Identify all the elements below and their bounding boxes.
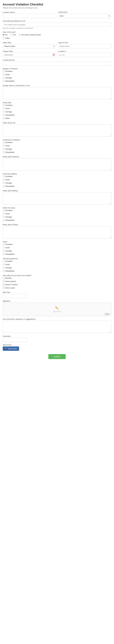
- contact-person-input[interactable]: [3, 62, 111, 66]
- sales-rep-label: Sales Rep:: [3, 42, 56, 44]
- notes-orders-label: Notes about Orders: [3, 224, 111, 226]
- freq-once-a-year[interactable]: Once a year: [3, 287, 111, 289]
- over-chg-label: Over CHG limit?: [3, 31, 111, 33]
- pen-icon: ✏️: [55, 306, 59, 310]
- overall-average[interactable]: Average: [3, 267, 111, 269]
- person-email-input[interactable]: [3, 22, 111, 27]
- value-dissatisfied[interactable]: Dissatisfied: [3, 253, 111, 255]
- route-average[interactable]: Average: [3, 111, 111, 113]
- value-label: Value:: [3, 241, 111, 243]
- timeliness-good[interactable]: Good: [3, 145, 111, 147]
- order-good[interactable]: Good: [3, 213, 111, 215]
- timeliness-average[interactable]: Average: [3, 148, 111, 150]
- invoicing-excellent[interactable]: Excellent: [3, 176, 111, 178]
- over-chg-other[interactable]: Other: [3, 37, 10, 39]
- submit-button[interactable]: Submit: [48, 354, 66, 359]
- type-of-visit-input[interactable]: [58, 44, 111, 48]
- route-good[interactable]: Good: [3, 108, 111, 110]
- type-of-visit-label: Type of Visit:: [58, 42, 111, 44]
- route-excellent[interactable]: Excellent: [3, 104, 111, 106]
- page-subtitle: Please let us know how we are doing for …: [3, 7, 111, 9]
- person-email-label: Person/Email address for AP: [3, 20, 111, 22]
- page-title: Account Visitation Checklist: [3, 3, 111, 6]
- order-average[interactable]: Average: [3, 216, 111, 218]
- notes-orders-textarea[interactable]: [3, 226, 111, 238]
- quality-notes-label: Quality notes for production to see: [3, 84, 111, 86]
- invoicing-dissatisfied[interactable]: Dissatisfied: [3, 185, 111, 187]
- invoicing-label: Invoicing & Billing: [3, 173, 111, 175]
- timeliness-excellent[interactable]: Excellent: [3, 142, 111, 144]
- comments-label: Any comments, questions or suggestions?: [3, 318, 111, 320]
- freq-monthly[interactable]: Monthly: [3, 277, 111, 279]
- overall-dissatisfied[interactable]: Dissatisfied: [3, 270, 111, 272]
- order-excellent[interactable]: Excellent: [3, 209, 111, 212]
- route-other[interactable]: Other: [3, 117, 111, 119]
- next-visit-label: Next Visit: [3, 291, 111, 293]
- cod-chg-label: COD/CHG?: [58, 11, 111, 13]
- take-photo-button[interactable]: 📷 Take Photo: [3, 346, 19, 351]
- quality-average[interactable]: Average: [3, 77, 111, 79]
- invoicing-average[interactable]: Average: [3, 182, 111, 184]
- freq-every-6-months[interactable]: Every 6 months: [3, 284, 111, 286]
- notes-rep-label: Notes about rep: [3, 122, 111, 124]
- over-chg-yes[interactable]: Yes: [10, 34, 16, 36]
- quality-products-label: Quality of Products: [3, 68, 111, 70]
- notes-rep-textarea[interactable]: [3, 124, 111, 136]
- notes-delivery-textarea[interactable]: [3, 158, 111, 170]
- route-rep-label: Route Rep: [3, 102, 111, 104]
- overall-experience-label: Overall Experience:: [3, 258, 111, 260]
- over-chg-payment-plan[interactable]: Yes and on payment plan: [19, 34, 41, 36]
- location-hash-input[interactable]: [58, 53, 111, 57]
- take-photo-btn-label: Take Photo: [8, 348, 17, 350]
- quality-notes-textarea[interactable]: [3, 87, 111, 99]
- visit-frequency-label: How often do you wish to be visited?: [3, 274, 111, 276]
- overall-excellent[interactable]: Excellent: [3, 260, 111, 262]
- value-average[interactable]: Average: [3, 250, 111, 252]
- location-name-label: Location Name:: [3, 11, 56, 13]
- overall-good[interactable]: Good: [3, 264, 111, 266]
- value-excellent[interactable]: Excellent: [3, 243, 111, 245]
- signature-box[interactable]: ✏️ Sign Here Clear: [3, 302, 111, 316]
- quality-good[interactable]: Good: [3, 74, 111, 76]
- notes-delivery-label: Notes about Delivery: [3, 156, 111, 158]
- signature-label: Signature: [3, 300, 111, 302]
- has-changed-hint: Has this changed compared to Summary?: [3, 27, 111, 29]
- quality-dissatisfied[interactable]: Dissatisfied: [3, 80, 111, 82]
- freq-every-quarter[interactable]: Every quarter: [3, 280, 111, 282]
- cod-chg-select[interactable]: CHG COD Other: [58, 14, 111, 18]
- camera-icon: 📷: [5, 348, 7, 350]
- calculator-label: Calculator: [3, 335, 111, 337]
- value-good[interactable]: Good: [3, 246, 111, 249]
- invoicing-good[interactable]: Good: [3, 179, 111, 181]
- timeliness-label: Timeliness of Delivery: [3, 139, 111, 141]
- comments-textarea[interactable]: [3, 321, 111, 333]
- location-hash-label: Location #: [58, 50, 111, 52]
- calculator-input[interactable]: [3, 338, 27, 342]
- quality-excellent[interactable]: Excellent: [3, 70, 111, 72]
- todays-date-input[interactable]: [3, 53, 56, 57]
- notes-billing-textarea[interactable]: [3, 192, 111, 204]
- clear-signature-button[interactable]: Clear: [104, 313, 110, 315]
- todays-date-label: Todays Date: [3, 50, 56, 52]
- contact-person-label: Contact person: [3, 59, 111, 61]
- sign-here-text: Sign Here: [53, 310, 61, 312]
- over-chg-no[interactable]: No: [3, 34, 8, 36]
- route-dissatisfied[interactable]: Dissatisfied: [3, 114, 111, 116]
- order-accuracy-label: Order Accuracy:: [3, 207, 111, 209]
- timeliness-dissatisfied[interactable]: Dissatisfied: [3, 151, 111, 153]
- take-photo-label: Take Photo: [3, 344, 111, 346]
- notes-billing-label: Notes about Billing: [3, 190, 111, 192]
- order-dissatisfied[interactable]: Dissatisfied: [3, 219, 111, 221]
- sales-rep-select[interactable]: Please Select: [3, 44, 56, 48]
- location-name-input[interactable]: [3, 14, 56, 18]
- next-visit-input[interactable]: [3, 294, 27, 298]
